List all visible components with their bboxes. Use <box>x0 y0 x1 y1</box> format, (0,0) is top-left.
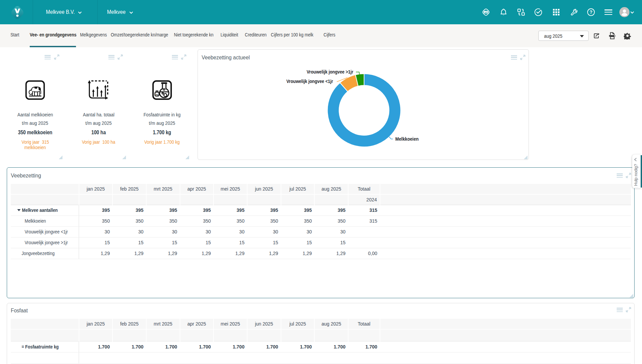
svg-text:Vrouwelijk jongvee <1jr: Vrouwelijk jongvee <1jr <box>286 78 333 84</box>
svg-text:Melkkoeien: Melkkoeien <box>395 136 419 142</box>
svg-text:kg: kg <box>156 93 158 95</box>
svg-text:Vrouwelijk jongvee >1jr: Vrouwelijk jongvee >1jr <box>307 69 353 75</box>
svg-text:?: ? <box>590 9 593 15</box>
